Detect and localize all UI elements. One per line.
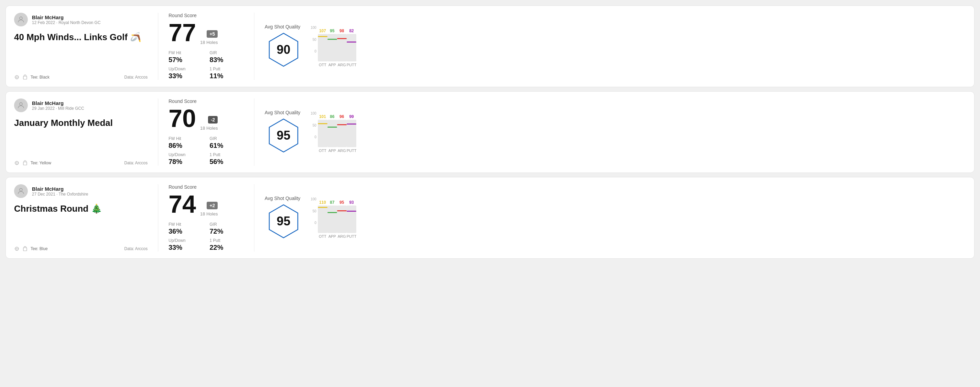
stat-item: Up/Down33% [169,238,203,252]
bar-bg [318,120,328,147]
bar-value: 86 [330,114,334,119]
stat-value: 33% [169,244,203,252]
bar-bg [318,206,328,233]
stat-item: GIR72% [210,222,244,235]
data-source: Data: Arccos [124,246,148,251]
user-name: Blair McHarg [32,14,100,20]
stat-label: Up/Down [169,238,203,243]
score-row: 77+518 Holes [169,20,244,45]
user-info: Blair McHarg12 Feb 2022 · Royal North De… [32,14,100,25]
svg-point-4 [19,103,22,105]
holes-label: 18 Holes [200,211,218,216]
tee-info: Tee: Yellow [14,160,51,166]
svg-point-8 [19,188,22,191]
chart-column: 93PUTT [347,200,356,238]
weather-icon [14,75,19,80]
bar-bg [328,34,337,62]
stat-item: GIR83% [210,51,244,64]
round-title: Christmas Round 🎄 [14,203,148,214]
tee-label: Tee: Blue [30,246,48,251]
bar-value: 110 [319,200,326,205]
chart-y-label: 100 [311,26,317,30]
quality-label: Avg Shot Quality [265,110,300,115]
bar-bg [318,34,328,62]
chart-section: 100500107OTT95APP98ARG82PUTT [311,26,966,67]
chart-wrapper: 100500107OTT95APP98ARG82PUTT [311,26,966,67]
avatar [14,13,28,26]
stats-grid: FW Hit57%GIR83%Up/Down33%1 Putt11% [169,51,244,80]
chart-label: ARG [338,234,346,238]
chart-label: OTT [319,234,326,238]
bar-line [318,207,328,208]
holes-label: 18 Holes [200,40,218,45]
bar-bg [347,120,356,147]
score-meta: +218 Holes [200,202,218,216]
bar-bg [337,120,347,147]
holes-label: 18 Holes [200,125,218,131]
bar-container [337,34,347,62]
bar-line [337,210,347,211]
chart-label: OTT [319,63,326,67]
stat-label: FW Hit [169,51,203,55]
stat-value: 61% [210,142,244,149]
chart-y-axis: 100500 [311,197,317,225]
score-meta: -218 Holes [200,116,218,131]
stat-label: GIR [210,51,244,55]
stat-value: 57% [169,56,203,64]
chart-column: 101OTT [318,114,328,153]
chart-y-label: 50 [313,209,317,213]
bar-chart: 110OTT87APP95ARG93PUTT [318,197,356,238]
bar-line [347,211,356,212]
bar-bg [347,34,356,62]
chart-wrapper: 100500101OTT86APP96ARG99PUTT [311,111,966,153]
weather-icon [14,246,19,252]
quality-container: Avg Shot Quality 95 [265,110,302,154]
stat-item: GIR61% [210,136,244,149]
bar-line [337,38,347,39]
hex-score: 95 [277,128,290,143]
bar-value: 93 [349,200,353,205]
score-badge: +2 [207,202,218,209]
bar-value: 98 [339,29,344,33]
data-source: Data: Arccos [124,160,148,165]
bar-container [318,120,328,147]
bar-line [328,39,337,40]
tee-info: Tee: Black [14,75,49,80]
chart-label: APP [328,63,336,67]
chart-label: ARG [338,149,346,153]
quality-label: Avg Shot Quality [265,195,300,201]
round-card-round-3: Blair McHarg27 Dec 2021 · The Oxfordshir… [5,177,975,259]
stat-label: Up/Down [169,152,203,157]
chart-label: ARG [338,63,346,67]
chart-column: 86APP [328,114,337,153]
chart-y-label: 100 [311,197,317,201]
bar-line [328,212,337,213]
quality-container: Avg Shot Quality 95 [265,195,302,240]
chart-y-label: 100 [311,111,317,115]
stat-item: 1 Putt22% [210,238,244,252]
stat-value: 56% [210,158,244,166]
round-score-label: Round Score [169,184,244,190]
bar-line [337,124,347,125]
quality-container: Avg Shot Quality 90 [265,24,302,68]
stat-value: 83% [210,56,244,64]
bar-container [328,206,337,233]
stat-value: 72% [210,227,244,235]
right-section: Avg Shot Quality 90 100500107OTT95APP98A… [255,13,966,80]
bar-value: 95 [330,29,334,33]
svg-rect-10 [23,248,27,251]
bar-bg [328,206,337,233]
chart-column: 98ARG [337,29,347,67]
bar-line [328,127,337,128]
weather-icon [14,160,19,166]
bar-container [318,206,328,233]
stat-label: Up/Down [169,67,203,71]
svg-rect-6 [23,162,27,165]
chart-y-axis: 100500 [311,111,317,139]
user-meta: 12 Feb 2022 · Royal North Devon GC [32,20,100,25]
chart-y-label: 0 [314,135,317,139]
chart-label: PUTT [347,149,356,153]
round-title: 40 Mph Winds... Links Golf 🪃 [14,32,148,43]
bar-bg [337,34,347,62]
round-title: January Monthly Medal [14,118,148,128]
